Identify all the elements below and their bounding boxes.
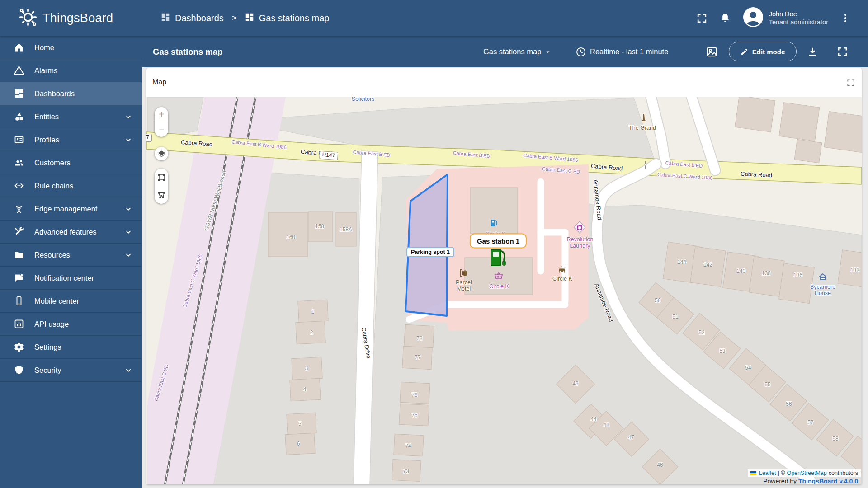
sidebar-item-label: Customers [34, 159, 71, 167]
widget-expand-icon[interactable] [846, 78, 855, 89]
chevron-down-icon [123, 227, 133, 239]
sidebar-item-rule-chains[interactable]: Rule chains [0, 174, 142, 197]
map-label: 160 [286, 235, 295, 241]
sidebar-item-advanced-features[interactable]: Advanced features [0, 221, 142, 244]
sidebar-item-profiles[interactable]: Profiles [0, 128, 142, 151]
alarms-icon [14, 65, 24, 76]
profiles-icon [14, 134, 24, 145]
car-wash-icon [557, 266, 566, 276]
sidebar-item-mobile-center[interactable]: Mobile center [0, 290, 142, 313]
sidebar-item-label: Profiles [34, 136, 59, 144]
building [287, 413, 316, 434]
map-label: 76 [411, 392, 417, 399]
chevron-down-icon [123, 135, 133, 146]
map-label: 47 [628, 435, 634, 441]
map-label: 51 [672, 314, 678, 320]
map-label: 5 [298, 421, 302, 427]
map-label: 55 [764, 382, 770, 388]
map-label: 6 [297, 441, 300, 447]
thingsboard-logo[interactable]: ThingsBoard [0, 7, 123, 29]
notification-center-icon [14, 272, 24, 283]
settings-icon [14, 342, 24, 352]
sidebar-item-edge-management[interactable]: Edge management [0, 197, 142, 221]
sidebar-item-label: Entities [34, 113, 59, 121]
sidebar-item-entities[interactable]: Entities [0, 105, 142, 128]
map-label: 142 [703, 262, 712, 268]
sidebar-item-api-usage[interactable]: API usage [0, 313, 142, 336]
chevron-down-icon [545, 49, 551, 55]
mobile-center-icon [14, 296, 24, 306]
sidebar-item-label: Rule chains [34, 182, 73, 190]
map-label: Circle K [489, 283, 509, 290]
map-attribution: Leaflet | © OpenStreetMap contributors [748, 469, 861, 477]
sidebar-item-label: Notification center [34, 274, 94, 282]
openstreetmap-link[interactable]: OpenStreetMap [787, 470, 826, 476]
sidebar-item-security[interactable]: Security [0, 359, 142, 382]
leaflet-map-canvas[interactable]: Cabra RoadCabra RoadCabra RoadCabra Road… [146, 97, 862, 484]
user-menu[interactable]: John Doe Tenant administrator [743, 7, 828, 29]
sidebar-item-home[interactable]: Home [0, 36, 142, 59]
map-label: 58 [832, 436, 838, 442]
draw-rectangle-button[interactable] [157, 173, 166, 182]
map-label: Parcel Motel [456, 279, 472, 292]
widget-title: Map [152, 78, 166, 86]
map-label: 50 [655, 298, 660, 304]
draw-polygon-button[interactable] [157, 191, 166, 199]
sidebar-item-label: Mobile center [34, 297, 79, 305]
sidebar-nav: HomeAlarmsDashboardsEntitiesProfilesCust… [0, 36, 142, 488]
download-icon[interactable] [807, 36, 818, 67]
sidebar-item-alarms[interactable]: Alarms [0, 59, 142, 82]
sidebar-item-dashboards[interactable]: Dashboards [0, 82, 142, 105]
map-label: 3 [305, 366, 308, 372]
dashboard-fullscreen-icon[interactable] [837, 36, 848, 67]
thingsboard-version-link[interactable]: ThingsBoard v.4.0.0 [798, 478, 858, 484]
map-label: 53 [719, 348, 725, 355]
image-export-icon[interactable] [706, 36, 718, 67]
map-label: 77 [415, 355, 420, 361]
map-widget: Map [146, 68, 862, 484]
sidebar-item-notification-center[interactable]: Notification center [0, 267, 142, 290]
logo-text: ThingsBoard [42, 11, 113, 25]
edit-mode-button[interactable]: Edit mode [729, 42, 797, 61]
fullscreen-button[interactable] [696, 13, 708, 24]
notifications-bell-icon[interactable] [719, 12, 731, 24]
building [779, 103, 820, 141]
map-label: 138 [762, 271, 771, 277]
timewindow-button[interactable]: Realtime - last 1 minute [576, 36, 668, 67]
building [794, 139, 822, 163]
zoom-out-button[interactable]: − [155, 122, 168, 137]
sidebar-item-label: Dashboards [34, 89, 75, 98]
map-label: 52 [698, 330, 704, 336]
dashboards-grid-icon [160, 12, 170, 24]
map-tiles [146, 97, 862, 484]
map-label: Circle K [552, 276, 572, 282]
layers-button[interactable] [155, 147, 168, 160]
sidebar-item-settings[interactable]: Settings [0, 336, 142, 359]
dashboard-select[interactable]: Gas stations map [483, 36, 551, 67]
dashboard-grid-icon [245, 12, 255, 24]
breadcrumb-dashboards[interactable]: Dashboards [160, 12, 224, 24]
entities-icon [14, 111, 24, 122]
api-usage-icon [14, 319, 24, 329]
powered-by: Powered by ThingsBoard v.4.0.0 [763, 478, 858, 484]
gas-station-marker[interactable] [489, 248, 507, 269]
zoom-in-button[interactable]: + [155, 107, 168, 122]
thingsboard-logo-icon [18, 7, 38, 29]
kebab-menu-icon[interactable] [840, 12, 851, 24]
sidebar-item-resources[interactable]: Resources [0, 244, 142, 267]
map-label: 49 [572, 381, 578, 387]
map-label: 73 [403, 469, 409, 475]
sidebar-item-label: Security [34, 366, 61, 375]
page-title: Gas stations map [153, 47, 222, 57]
building [824, 111, 862, 152]
monument-icon [641, 113, 647, 125]
leaflet-link[interactable]: Leaflet [759, 470, 776, 476]
breadcrumb-gas-stations-map[interactable]: Gas stations map [245, 12, 330, 24]
sidebar-item-customers[interactable]: Customers [0, 151, 142, 174]
map-label: Sycamore House [810, 284, 835, 297]
convenience-basket-icon [494, 272, 503, 282]
map-label: 2 [310, 330, 313, 336]
ukraine-flag-icon [750, 471, 756, 475]
map-label: 158A [340, 227, 352, 233]
pencil-icon [741, 48, 748, 56]
